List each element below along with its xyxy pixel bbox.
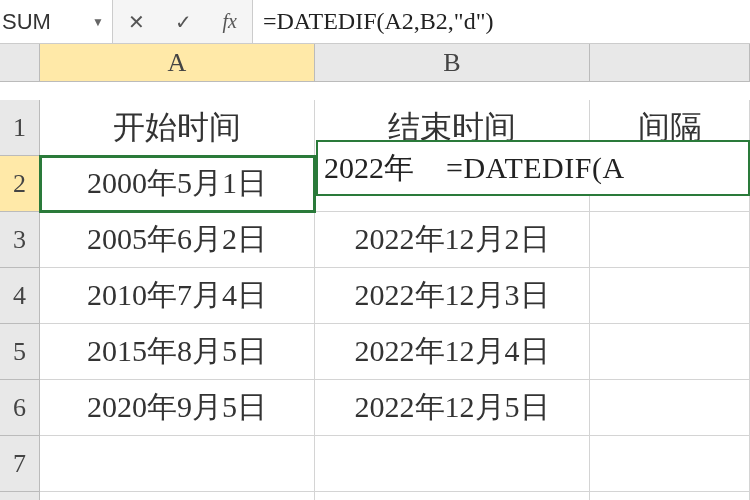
select-all-corner[interactable] (0, 44, 40, 82)
row-header-8[interactable]: 8 (0, 492, 40, 500)
cell-c3[interactable] (590, 212, 750, 268)
row-header-7[interactable]: 7 (0, 436, 40, 492)
spreadsheet-grid: A B 1 开始时间 结束时间 间隔 2 2000年5月1日 3 2005年6月… (0, 44, 750, 500)
confirm-icon[interactable]: ✓ (169, 10, 198, 34)
cell-c5[interactable] (590, 324, 750, 380)
formula-input[interactable]: =DATEDIF(A2,B2,"d") (253, 0, 750, 43)
fx-icon[interactable]: fx (216, 10, 242, 33)
formula-text: =DATEDIF(A2,B2,"d") (263, 8, 493, 35)
cell-b6[interactable]: 2022年12月5日 (315, 380, 590, 436)
chevron-down-icon[interactable]: ▼ (92, 15, 104, 29)
cancel-icon[interactable]: ✕ (122, 10, 151, 34)
row-header-1[interactable]: 1 (0, 100, 40, 156)
b2-partial-value: 2022年 (324, 148, 414, 189)
cell-c8[interactable] (590, 492, 750, 500)
cell-a7[interactable] (40, 436, 315, 492)
row-header-6[interactable]: 6 (0, 380, 40, 436)
col-header-c[interactable] (590, 44, 750, 82)
name-box-text: SUM (2, 9, 88, 35)
row-header-4[interactable]: 4 (0, 268, 40, 324)
cell-c6[interactable] (590, 380, 750, 436)
cell-a6[interactable]: 2020年9月5日 (40, 380, 315, 436)
row-header-5[interactable]: 5 (0, 324, 40, 380)
cell-a5[interactable]: 2015年8月5日 (40, 324, 315, 380)
cell-a1[interactable]: 开始时间 (40, 100, 315, 156)
cell-b8[interactable] (315, 492, 590, 500)
cell-a3[interactable]: 2005年6月2日 (40, 212, 315, 268)
cell-a2[interactable]: 2000年5月1日 (40, 156, 315, 212)
col-header-b[interactable]: B (315, 44, 590, 82)
row-header-3[interactable]: 3 (0, 212, 40, 268)
cell-b3[interactable]: 2022年12月2日 (315, 212, 590, 268)
cell-a4[interactable]: 2010年7月4日 (40, 268, 315, 324)
cell-b4[interactable]: 2022年12月3日 (315, 268, 590, 324)
cell-edit-overlay[interactable]: 2022年 =DATEDIF(A (316, 140, 750, 196)
row-header-2[interactable]: 2 (0, 156, 40, 212)
cell-c4[interactable] (590, 268, 750, 324)
formula-bar-row: SUM ▼ ✕ ✓ fx =DATEDIF(A2,B2,"d") (0, 0, 750, 44)
cell-c7[interactable] (590, 436, 750, 492)
name-box[interactable]: SUM ▼ (0, 0, 113, 43)
cell-a8[interactable] (40, 492, 315, 500)
inline-formula-text: =DATEDIF(A (446, 151, 625, 185)
formula-controls: ✕ ✓ fx (113, 0, 253, 43)
cell-b5[interactable]: 2022年12月4日 (315, 324, 590, 380)
cell-b7[interactable] (315, 436, 590, 492)
col-header-a[interactable]: A (40, 44, 315, 82)
